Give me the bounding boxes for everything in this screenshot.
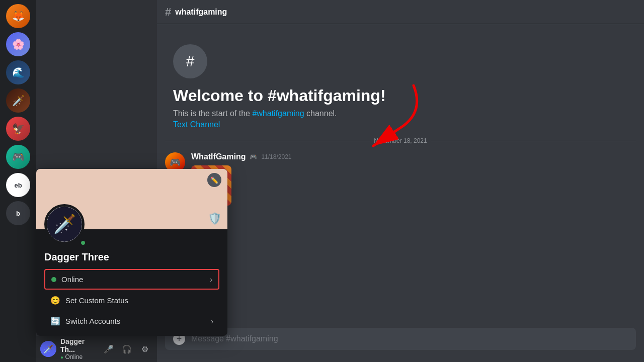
popup-avatar: 🗡️ — [44, 204, 85, 244]
custom-status-label: Set Custom Status — [65, 296, 128, 305]
popup-avatar-wrapper: 🗡️ — [44, 204, 85, 244]
popup-username: Dagger Three — [44, 251, 219, 263]
user-bar-info: Dagger Th... ● Online — [60, 337, 97, 360]
switch-accounts-menu-item[interactable]: 🔄 Switch Accounts › — [44, 311, 219, 331]
welcome-channel-link[interactable]: #whatifgaming — [252, 109, 304, 118]
message-header: WhatIfGaming 🎮 11/18/2021 — [191, 152, 636, 161]
user-bar-avatar: 🗡️ — [40, 341, 56, 357]
switch-accounts-item-left: 🔄 Switch Accounts — [50, 316, 120, 326]
custom-status-menu-item[interactable]: 😊 Set Custom Status — [44, 291, 219, 310]
popup-nitro-badge: 🛡️ — [208, 212, 221, 225]
switch-accounts-label: Switch Accounts — [65, 317, 120, 325]
message-timestamp: 11/18/2021 — [261, 153, 291, 160]
message-placeholder: Message #whatifgaming — [191, 334, 628, 343]
message-input-area: + Message #whatifgaming — [157, 328, 644, 362]
popup-profile-header: 🗡️ ✏️ 🛡️ — [36, 169, 227, 229]
server-icon-3[interactable]: 🌊 — [6, 60, 30, 84]
server-sidebar: 🦊 🌸 🌊 🗡️ 🦅 🎮 eb b — [0, 0, 36, 362]
custom-status-item-left: 😊 Set Custom Status — [50, 296, 128, 305]
online-menu-item[interactable]: Online › — [44, 269, 219, 290]
popup-avatar-inner: 🗡️ — [47, 207, 82, 242]
online-chevron-icon: › — [210, 276, 212, 284]
text-channel-link[interactable]: Text Channel — [173, 120, 220, 129]
mic-button[interactable]: 🎤 — [101, 341, 117, 357]
switch-accounts-chevron-icon: › — [211, 317, 213, 325]
server-icon-6[interactable]: 🎮 — [6, 145, 30, 169]
server-icon-5[interactable]: 🦅 — [6, 117, 30, 141]
user-bar-name: Dagger Th... — [60, 337, 97, 353]
channel-name: whatifgaming — [175, 8, 227, 17]
welcome-channel-ref: #whatifgaming! — [268, 86, 386, 105]
headset-button[interactable]: 🎧 — [119, 341, 135, 357]
settings-button[interactable]: ⚙ — [137, 341, 153, 357]
online-label: Online — [61, 275, 83, 284]
message-badge: 🎮 — [250, 153, 257, 160]
server-icon-7[interactable]: eb — [6, 173, 30, 197]
server-icon-4[interactable]: 🗡️ — [6, 88, 30, 113]
welcome-icon: # — [173, 44, 207, 78]
user-bar-icons: 🎤 🎧 ⚙ — [101, 341, 153, 357]
popup-body: Dagger Three Online › 😊 Set Custom Statu… — [36, 229, 227, 336]
switch-accounts-icon: 🔄 — [50, 316, 60, 326]
welcome-area: # Welcome to #whatifgaming! This is the … — [165, 32, 636, 129]
server-icon-1[interactable]: 🦊 — [6, 4, 30, 28]
popup-edit-button[interactable]: ✏️ — [207, 173, 221, 187]
main-content: # whatifgaming # Welcome to #whatifgamin… — [157, 0, 644, 362]
online-status-dot — [51, 277, 56, 282]
user-bar-status: ● Online — [60, 353, 97, 360]
channel-hash-icon: # — [165, 6, 171, 19]
channel-header: # whatifgaming — [157, 0, 644, 24]
table-row: 🎮 WhatIfGaming 🎮 11/18/2021 — [165, 152, 636, 206]
user-popup: 🗡️ ✏️ 🛡️ Dagger Three Online › — [36, 169, 227, 336]
message-author: WhatIfGaming — [191, 152, 246, 161]
custom-status-icon: 😊 — [50, 296, 60, 305]
welcome-desc: This is the start of the #whatifgaming c… — [173, 109, 628, 118]
popup-status-dot — [79, 239, 85, 244]
server-icon-8[interactable]: b — [6, 201, 30, 225]
server-icon-2[interactable]: 🌸 — [6, 32, 30, 56]
user-bar: 🗡️ Dagger Th... ● Online 🎤 🎧 ⚙ — [36, 336, 157, 362]
date-divider: November 18, 2021 — [165, 137, 636, 144]
messages-area[interactable]: # Welcome to #whatifgaming! This is the … — [157, 24, 644, 328]
channel-sidebar: 🗡️ Dagger Th... ● Online 🎤 🎧 ⚙ 🗡️ — [36, 0, 157, 362]
message-content: WhatIfGaming 🎮 11/18/2021 — [191, 152, 636, 206]
message-input-box: + Message #whatifgaming — [165, 328, 636, 350]
welcome-channel-label: Text Channel — [173, 120, 628, 129]
online-item-left: Online — [51, 275, 83, 284]
welcome-title: Welcome to #whatifgaming! — [173, 86, 628, 105]
